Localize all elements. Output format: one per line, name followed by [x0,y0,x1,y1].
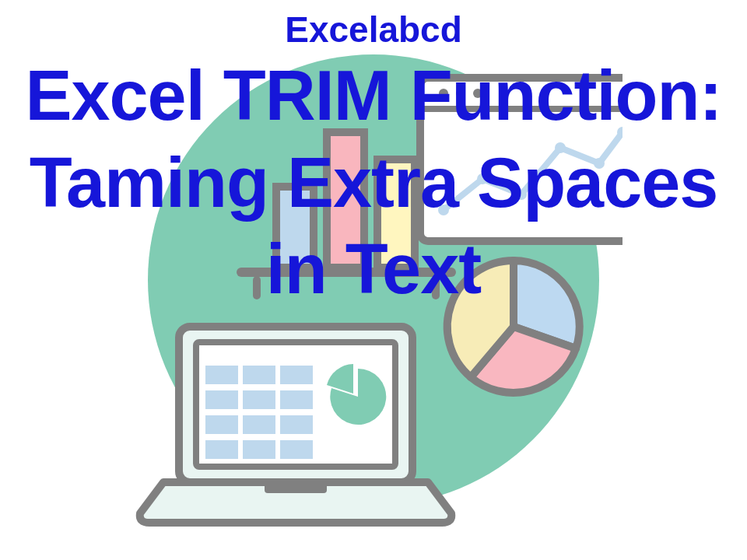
brand-name: Excelabcd [285,11,462,48]
page-title: Excel TRIM Function: Taming Extra Spaces… [0,53,747,313]
text-overlay: Excelabcd Excel TRIM Function: Taming Ex… [0,0,747,560]
